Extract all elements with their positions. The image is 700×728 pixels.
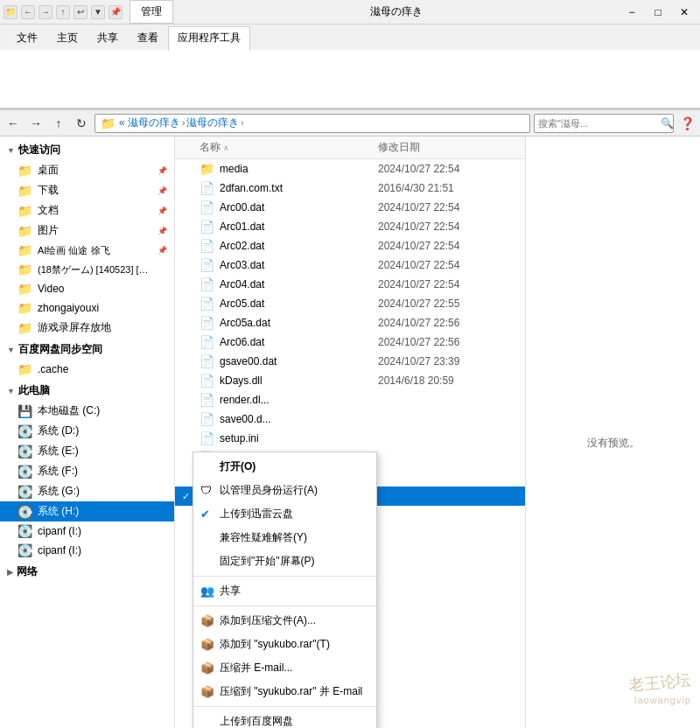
sidebar-item-c[interactable]: 💾 本地磁盘 (C:)	[0, 401, 174, 421]
quick-access-label: 快速访问	[18, 143, 60, 158]
file-row[interactable]: 📄 Arc02.dat 2024/10/27 22:54	[175, 236, 525, 256]
ctx-rar-email[interactable]: 📦 压缩到 "syukubo.rar" 并 E-mail	[193, 680, 376, 704]
dat-icon: 📄	[200, 277, 214, 291]
help-button[interactable]: ❓	[677, 116, 696, 130]
file-row[interactable]: 📄 Arc05a.dat 2024/10/27 22:56	[175, 313, 525, 332]
sidebar-header-baidu[interactable]: ▼ 百度网盘同步空间	[0, 340, 174, 360]
ctx-compat[interactable]: 兼容性疑难解答(Y)	[193, 526, 376, 550]
sidebar-item-video[interactable]: 📁 Video	[0, 279, 174, 298]
ctx-upload-baidu-label: 上传到百度网盘	[220, 714, 293, 728]
sidebar-item-zhong[interactable]: 📁 zhongaiyouxi	[0, 298, 174, 318]
tab-manage[interactable]: 管理	[130, 0, 173, 24]
file-row[interactable]: 📄 kDays.dll 2014/6/18 20:59	[175, 371, 525, 390]
sidebar-label-d: 系统 (D:)	[38, 424, 79, 438]
file-row[interactable]: 📄 Arc05.dat 2024/10/27 22:55	[175, 294, 525, 313]
pin-icon-pics: 📌	[158, 227, 167, 235]
sidebar-label-c: 本地磁盘 (C:)	[38, 403, 100, 418]
rar-icon: 📦	[200, 638, 214, 651]
file-row[interactable]: 📁 media 2024/10/27 22:54	[175, 159, 525, 178]
refresh-button[interactable]: ↻	[72, 114, 91, 133]
file-date: 2024/10/27 22:54	[378, 163, 518, 175]
sidebar-item-downloads[interactable]: 📁 下载 📌	[0, 180, 174, 200]
file-row[interactable]: 📄 2dfan.com.txt 2016/4/30 21:51	[175, 178, 525, 198]
sidebar-label-pics: 图片	[38, 223, 59, 238]
sidebar-label-18: (18禁ゲーム) [140523] [TinkerBe	[38, 263, 151, 276]
tab-file[interactable]: 文件	[7, 26, 47, 50]
ctx-upload-thunder[interactable]: ✔ 上传到迅雷云盘	[193, 502, 376, 526]
sidebar-item-d[interactable]: 💽 系统 (D:)	[0, 421, 174, 441]
file-row[interactable]: 📄 render.dl...	[175, 390, 525, 410]
header-date[interactable]: 修改日期	[378, 140, 518, 155]
ctx-add-zip[interactable]: 📦 添加到压缩文件(A)...	[193, 609, 376, 633]
sidebar-label-i1: cipanf (I:)	[38, 525, 81, 537]
up-button[interactable]: ↑	[49, 114, 68, 133]
sidebar-item-pics[interactable]: 📁 图片 📌	[0, 220, 174, 241]
file-row[interactable]: 📄 gsave00.dat 2024/10/27 23:39	[175, 352, 525, 371]
tab-view[interactable]: 查看	[128, 26, 168, 50]
sidebar-header-pc[interactable]: ▼ 此电脑	[0, 381, 174, 401]
forward-button[interactable]: →	[26, 114, 46, 133]
folder-icon: 📁	[18, 262, 32, 276]
folder-icon: 📁	[18, 301, 32, 315]
sidebar-label-game: 游戏录屏存放地	[38, 320, 111, 335]
close-button[interactable]: ✕	[672, 3, 696, 22]
pin-icon-tb[interactable]: 📌	[108, 5, 122, 19]
sidebar-item-e[interactable]: 💽 系统 (E:)	[0, 441, 174, 461]
ctx-sep	[193, 576, 376, 577]
file-row[interactable]: 📄 setup.ini	[175, 429, 525, 448]
address-box[interactable]: 📁 « 滋母の痒き › 滋母の痒き ›	[94, 114, 530, 133]
sidebar-item-f[interactable]: 💽 系统 (F:)	[0, 461, 174, 481]
maximize-button[interactable]: □	[646, 3, 670, 22]
tab-home[interactable]: 主页	[47, 26, 88, 50]
sidebar-item-desktop[interactable]: 📁 桌面 📌	[0, 160, 174, 180]
file-row[interactable]: 📄 Arc03.dat 2024/10/27 22:54	[175, 256, 525, 275]
sidebar-item-i2[interactable]: 💽 cipanf (I:)	[0, 541, 174, 560]
sidebar-item-h[interactable]: 💽 系统 (H:)	[0, 501, 174, 522]
tab-share[interactable]: 共享	[88, 26, 128, 50]
sidebar-item-i1[interactable]: 💽 cipanf (I:)	[0, 522, 174, 541]
crumb-sep-2: ›	[241, 118, 243, 128]
header-name[interactable]: 名称 ∧	[200, 140, 378, 155]
sidebar-label-g: 系统 (G:)	[38, 484, 80, 499]
sidebar-item-g[interactable]: 💽 系统 (G:)	[0, 481, 174, 501]
file-row[interactable]: 📄 save00.d...	[175, 410, 525, 429]
txt-icon: 📄	[200, 181, 214, 195]
ctx-pin-start[interactable]: 固定到"开始"屏幕(P)	[193, 550, 376, 573]
tab-app-tools[interactable]: 应用程序工具	[168, 26, 250, 51]
dat-icon: 📄	[200, 297, 214, 311]
ctx-zip-email[interactable]: 📦 压缩并 E-mail...	[193, 656, 376, 680]
search-box[interactable]: 🔍	[534, 114, 674, 133]
forward-icon-tb[interactable]: →	[38, 5, 52, 19]
crumb-2[interactable]: 滋母の痒き	[186, 116, 239, 130]
ctx-upload-baidu[interactable]: 上传到百度网盘	[193, 710, 376, 728]
ctx-run-admin[interactable]: 🛡 以管理员身份运行(A)	[193, 479, 376, 502]
sidebar-item-18[interactable]: 📁 (18禁ゲーム) [140523] [TinkerBe	[0, 260, 174, 279]
sidebar-item-game[interactable]: 📁 游戏录屏存放地	[0, 318, 174, 338]
undo-icon-tb[interactable]: ↩	[74, 5, 88, 19]
sidebar-header-network[interactable]: ▶ 网络	[0, 562, 174, 582]
file-row[interactable]: 📄 Arc04.dat 2024/10/27 22:54	[175, 275, 525, 294]
file-name: setup.ini	[220, 432, 378, 444]
ctx-pin-start-label: 固定到"开始"屏幕(P)	[220, 554, 315, 569]
sidebar-header-quick[interactable]: ▼ 快速访问	[0, 140, 174, 160]
search-input[interactable]	[538, 118, 659, 129]
back-button[interactable]: ←	[4, 114, 23, 133]
file-row[interactable]: 📄 Arc01.dat 2024/10/27 22:54	[175, 217, 525, 236]
file-row[interactable]: 📄 Arc06.dat 2024/10/27 22:56	[175, 332, 525, 352]
crumb-1[interactable]: « 滋母の痒き	[119, 116, 180, 130]
ctx-share[interactable]: 👥 共享	[193, 579, 376, 603]
up-icon-tb[interactable]: ↑	[56, 5, 70, 19]
sidebar-item-cache[interactable]: 📁 .cache	[0, 360, 174, 379]
sidebar-item-docs[interactable]: 📁 文档 📌	[0, 200, 174, 220]
file-date: 2024/10/27 22:54	[378, 201, 518, 214]
minimize-button[interactable]: −	[620, 3, 644, 22]
ctx-open[interactable]: 打开(O)	[193, 455, 376, 479]
folder-icon: 📁	[200, 162, 214, 176]
back-icon-tb[interactable]: ←	[21, 5, 35, 19]
dat-icon: 📄	[200, 316, 214, 330]
dropdown-icon-tb[interactable]: ▼	[91, 5, 105, 19]
ctx-run-admin-label: 以管理员身份运行(A)	[220, 483, 318, 498]
file-row[interactable]: 📄 Arc00.dat 2024/10/27 22:54	[175, 198, 525, 217]
ctx-add-rar[interactable]: 📦 添加到 "syukubo.rar"(T)	[193, 633, 376, 656]
sidebar-item-ai[interactable]: 📁 AI绘画 仙途 徐飞 📌	[0, 241, 174, 260]
